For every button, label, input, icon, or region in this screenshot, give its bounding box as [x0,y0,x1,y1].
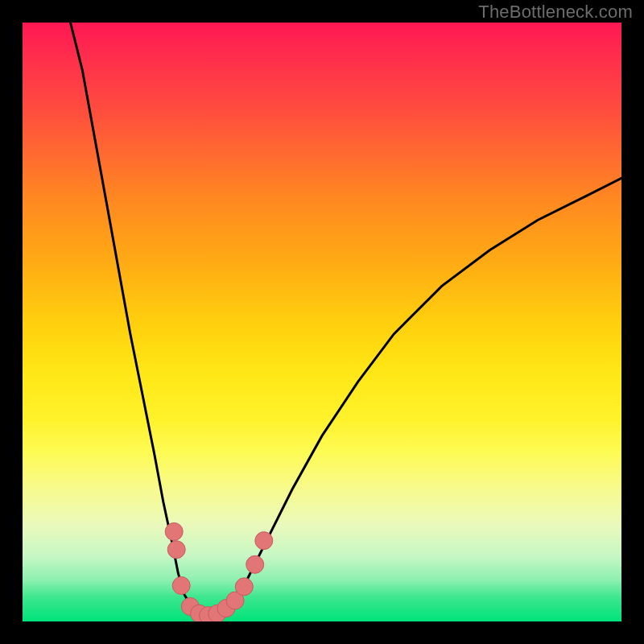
frame: TheBottleneck.com [0,0,644,644]
watermark-text: TheBottleneck.com [478,2,633,23]
data-point [235,578,253,596]
data-point [172,576,190,594]
bottleneck-curve-right [214,178,621,615]
data-point [255,532,273,550]
chart-svg [23,23,621,621]
data-point [167,541,185,559]
data-markers [165,522,273,621]
bottleneck-curve-left [71,23,203,616]
data-point [165,522,183,540]
data-point [246,555,264,573]
plot-area [23,23,621,621]
